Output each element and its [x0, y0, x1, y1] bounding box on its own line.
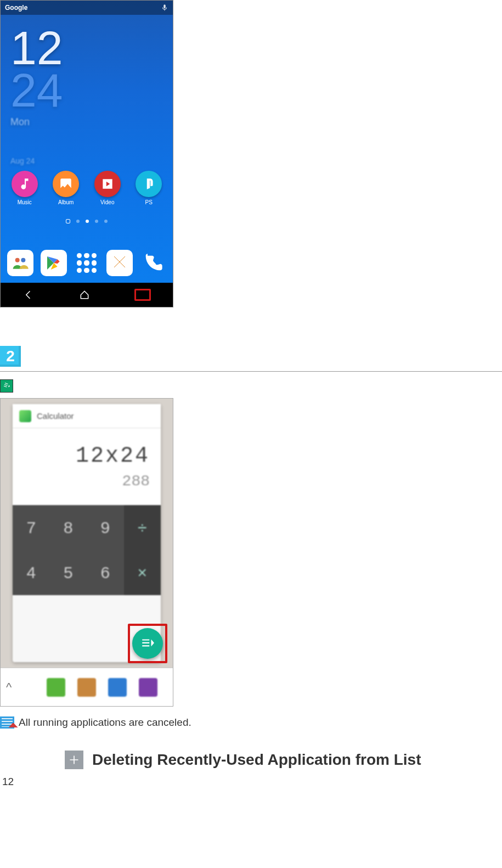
media-item-label: Video: [100, 199, 114, 205]
clock-day: Mon: [10, 117, 63, 126]
svg-point-0: [15, 258, 20, 262]
page-indicator: [1, 218, 173, 224]
media-item-album[interactable]: Album: [48, 171, 83, 205]
media-app-row: Music Album Video PS: [1, 171, 173, 205]
calc-key: 7: [13, 505, 50, 550]
navigation-bar: [1, 283, 173, 307]
nav-recent-icon-highlighted[interactable]: [134, 289, 151, 301]
calc-key: ÷: [124, 505, 161, 550]
status-bar-mic-icon: [161, 4, 168, 12]
media-item-label: PS: [145, 199, 153, 205]
small-apps-caret-icon[interactable]: ^: [6, 680, 12, 695]
recents-screenshot: Calculator 12x24 288 7 8 9 ÷ 4 5 6 ×: [0, 398, 173, 707]
step-2-marker: 2: [0, 346, 502, 367]
playstation-icon: [136, 171, 162, 197]
nav-home-icon[interactable]: [78, 289, 91, 301]
status-bar-search-label: Google: [5, 4, 27, 12]
media-item-ps[interactable]: PS: [131, 171, 166, 205]
dock-playstore-icon[interactable]: [41, 250, 67, 276]
small-apps-bar: ^: [1, 668, 173, 706]
dock-mail-icon[interactable]: [106, 250, 133, 276]
calc-key: 9: [87, 505, 124, 550]
result-bullet-text: All running applications are canceled.: [19, 716, 191, 729]
calculator-display: 12x24 288: [13, 428, 161, 505]
calc-key: 6: [87, 550, 124, 595]
video-icon: [94, 171, 121, 197]
media-item-label: Music: [18, 199, 32, 205]
clock-minute: 24: [10, 64, 63, 116]
dock-contacts-icon[interactable]: [7, 250, 33, 276]
calc-key: 4: [13, 550, 50, 595]
small-app-4[interactable]: [139, 678, 157, 697]
plus-icon: [65, 751, 83, 769]
media-item-label: Album: [58, 199, 74, 205]
step-number-badge: 2: [0, 346, 21, 367]
clock-date: Aug 24: [10, 156, 35, 165]
small-app-3[interactable]: [108, 678, 127, 697]
dock-apps-icon[interactable]: [74, 250, 100, 276]
nav-back-icon[interactable]: [22, 289, 35, 301]
page-number: 12: [2, 776, 14, 788]
step-separator: [0, 371, 502, 372]
small-app-1[interactable]: [47, 678, 65, 697]
section-heading: Deleting Recently-Used Application from …: [65, 751, 502, 769]
clock-widget: 12 24 Mon Aug 24: [10, 27, 63, 169]
calc-key: ×: [124, 550, 161, 595]
calc-result: 288: [122, 473, 150, 490]
calc-key: 8: [50, 505, 87, 550]
status-bar: Google: [1, 1, 173, 15]
svg-point-1: [21, 258, 26, 262]
section-heading-text: Deleting Recently-Used Application from …: [92, 751, 421, 769]
recent-app-titlebar: Calculator: [13, 404, 161, 428]
dock-phone-icon[interactable]: [140, 250, 166, 276]
media-item-music[interactable]: Music: [7, 171, 42, 205]
close-all-highlight-box: [128, 624, 167, 663]
calculator-keypad: 7 8 9 ÷ 4 5 6 ×: [13, 505, 161, 595]
calculator-app-icon: [19, 410, 31, 422]
close-all-inline-icon: [0, 379, 13, 393]
calc-key: 5: [50, 550, 87, 595]
homescreen-screenshot: Google 12 24 Mon Aug 24 Music Album: [0, 0, 173, 307]
recent-app-title: Calculator: [37, 411, 74, 421]
result-bullet: All running applications are canceled.: [0, 716, 502, 729]
album-icon: [53, 171, 79, 197]
dock: [1, 243, 173, 283]
music-icon: [12, 171, 38, 197]
small-app-2[interactable]: [77, 678, 96, 697]
media-item-video[interactable]: Video: [90, 171, 125, 205]
result-bullet-icon: [0, 716, 14, 729]
calc-expression: 12x24: [76, 444, 150, 468]
